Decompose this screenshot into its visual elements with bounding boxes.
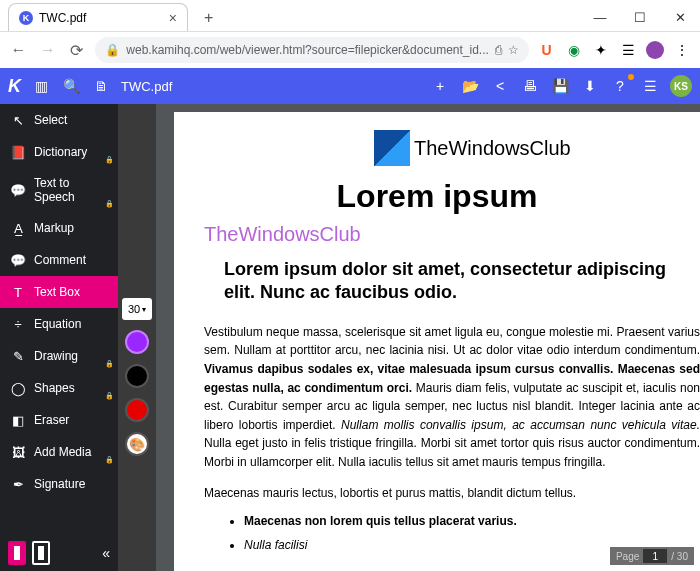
- color-swatch-3[interactable]: [125, 398, 149, 422]
- browser-titlebar: K TWC.pdf × + — ☐ ✕: [0, 0, 700, 32]
- extensions-icon[interactable]: ✦: [591, 40, 610, 60]
- menu-icon[interactable]: ⋮: [673, 40, 692, 60]
- lock-badge-icon: 🔒: [105, 200, 114, 208]
- pdf-page: TheWindowsClub Lorem ipsum TheWindowsClu…: [174, 112, 700, 571]
- view-mode-single[interactable]: [8, 541, 26, 565]
- search-icon[interactable]: 🔍: [61, 76, 81, 96]
- book-icon: 📕: [10, 144, 26, 160]
- lock-badge-icon: 🔒: [105, 392, 114, 400]
- tab-close-icon[interactable]: ×: [169, 10, 177, 26]
- color-picker-icon[interactable]: 🎨: [125, 432, 149, 456]
- main-area: ↖Select📕Dictionary🔒💬Text to Speech🔒A̲Mar…: [0, 104, 700, 571]
- tab-favicon: K: [19, 11, 33, 25]
- media-icon: 🖼: [10, 444, 26, 460]
- shapes-icon: ◯: [10, 380, 26, 396]
- ext-green-icon[interactable]: ◉: [564, 40, 583, 60]
- help-icon[interactable]: ?: [610, 76, 630, 96]
- kami-logo[interactable]: K: [8, 76, 21, 97]
- sign-icon: ✒: [10, 476, 26, 492]
- maximize-button[interactable]: ☐: [620, 3, 660, 31]
- color-swatch-1[interactable]: [125, 330, 149, 354]
- lock-badge-icon: 🔒: [105, 360, 114, 368]
- close-button[interactable]: ✕: [660, 3, 700, 31]
- window-controls: — ☐ ✕: [580, 3, 700, 31]
- reload-button[interactable]: ⟳: [66, 39, 87, 61]
- collapse-sidebar-icon[interactable]: «: [102, 545, 110, 561]
- eraser-icon: ◧: [10, 412, 26, 428]
- tool-markup[interactable]: A̲Markup: [0, 212, 118, 244]
- ext-u-icon[interactable]: U: [537, 40, 556, 60]
- draw-icon: ✎: [10, 348, 26, 364]
- page-logo: TheWindowsClub: [374, 130, 700, 166]
- download-icon[interactable]: ⬇: [580, 76, 600, 96]
- reading-list-icon[interactable]: ☰: [618, 40, 637, 60]
- lock-badge-icon: 🔒: [105, 456, 114, 464]
- tool-label: Signature: [34, 477, 85, 491]
- page-indicator: Page / 30: [610, 547, 694, 565]
- list-item: Maecenas non lorem quis tellus placerat …: [244, 514, 700, 528]
- tool-add-media[interactable]: 🖼Add Media🔒: [0, 436, 118, 468]
- tool-equation[interactable]: ÷Equation: [0, 308, 118, 340]
- tool-drawing[interactable]: ✎Drawing🔒: [0, 340, 118, 372]
- print-icon[interactable]: 🖶: [520, 76, 540, 96]
- tool-label: Select: [34, 113, 67, 127]
- tool-label: Shapes: [34, 381, 75, 395]
- document-subheading: Lorem ipsum dolor sit amet, consectetur …: [224, 258, 700, 305]
- textbox-icon: T: [10, 284, 26, 300]
- document-filename: TWC.pdf: [121, 79, 172, 94]
- menu-button[interactable]: ☰: [640, 76, 660, 96]
- tool-label: Add Media: [34, 445, 91, 459]
- document-viewer[interactable]: TheWindowsClub Lorem ipsum TheWindowsClu…: [156, 104, 700, 571]
- pager-label: Page: [616, 551, 639, 562]
- cursor-icon: ↖: [10, 112, 26, 128]
- tool-sidebar: ↖Select📕Dictionary🔒💬Text to Speech🔒A̲Mar…: [0, 104, 118, 571]
- url-text: web.kamihq.com/web/viewer.html?source=fi…: [126, 43, 489, 57]
- speech-icon: 💬: [10, 182, 26, 198]
- tool-select[interactable]: ↖Select: [0, 104, 118, 136]
- tool-label: Dictionary: [34, 145, 87, 159]
- forward-button[interactable]: →: [37, 39, 58, 61]
- translate-icon[interactable]: ⎙: [495, 43, 502, 57]
- browser-tab[interactable]: K TWC.pdf ×: [8, 3, 188, 31]
- kami-toolbar: K ▥ 🔍 🗎 TWC.pdf + 📂 < 🖶 💾 ⬇ ? ☰ KS: [0, 68, 700, 104]
- tool-label: Text Box: [34, 285, 80, 299]
- back-button[interactable]: ←: [8, 39, 29, 61]
- tool-comment[interactable]: 💬Comment: [0, 244, 118, 276]
- add-icon[interactable]: +: [430, 76, 450, 96]
- page-number-input[interactable]: [643, 549, 667, 563]
- save-icon[interactable]: 💾: [550, 76, 570, 96]
- color-swatch-2[interactable]: [125, 364, 149, 388]
- open-icon[interactable]: 📂: [460, 76, 480, 96]
- logo-square-icon: [374, 130, 410, 166]
- body-paragraph-1: Vestibulum neque massa, scelerisque sit …: [204, 323, 700, 472]
- new-tab-button[interactable]: +: [196, 5, 221, 31]
- url-field[interactable]: 🔒 web.kamihq.com/web/viewer.html?source=…: [95, 37, 529, 63]
- profile-avatar[interactable]: [646, 40, 665, 60]
- tool-signature[interactable]: ✒Signature: [0, 468, 118, 500]
- sidebar-toggle-icon[interactable]: ▥: [31, 76, 51, 96]
- font-size-selector[interactable]: 30: [122, 298, 152, 320]
- sidebar-bottom: «: [0, 535, 118, 571]
- document-title: Lorem ipsum: [174, 178, 700, 215]
- tool-label: Comment: [34, 253, 86, 267]
- user-avatar[interactable]: KS: [670, 75, 692, 97]
- pager-total: / 30: [671, 551, 688, 562]
- lock-badge-icon: 🔒: [105, 156, 114, 164]
- share-icon[interactable]: <: [490, 76, 510, 96]
- tool-text-box[interactable]: TText Box: [0, 276, 118, 308]
- tool-label: Equation: [34, 317, 81, 331]
- tool-shapes[interactable]: ◯Shapes🔒: [0, 372, 118, 404]
- star-icon[interactable]: ☆: [508, 43, 519, 57]
- tool-label: Eraser: [34, 413, 69, 427]
- watermark-text: TheWindowsClub: [204, 223, 700, 246]
- tool-label: Markup: [34, 221, 74, 235]
- tool-text-to-speech[interactable]: 💬Text to Speech🔒: [0, 168, 118, 212]
- body-paragraph-2: Maecenas mauris lectus, lobortis et puru…: [204, 484, 700, 503]
- minimize-button[interactable]: —: [580, 3, 620, 31]
- tool-eraser[interactable]: ◧Eraser: [0, 404, 118, 436]
- file-icon: 🗎: [91, 76, 111, 96]
- tool-dictionary[interactable]: 📕Dictionary🔒: [0, 136, 118, 168]
- comment-icon: 💬: [10, 252, 26, 268]
- view-mode-dual[interactable]: [32, 541, 50, 565]
- address-bar: ← → ⟳ 🔒 web.kamihq.com/web/viewer.html?s…: [0, 32, 700, 68]
